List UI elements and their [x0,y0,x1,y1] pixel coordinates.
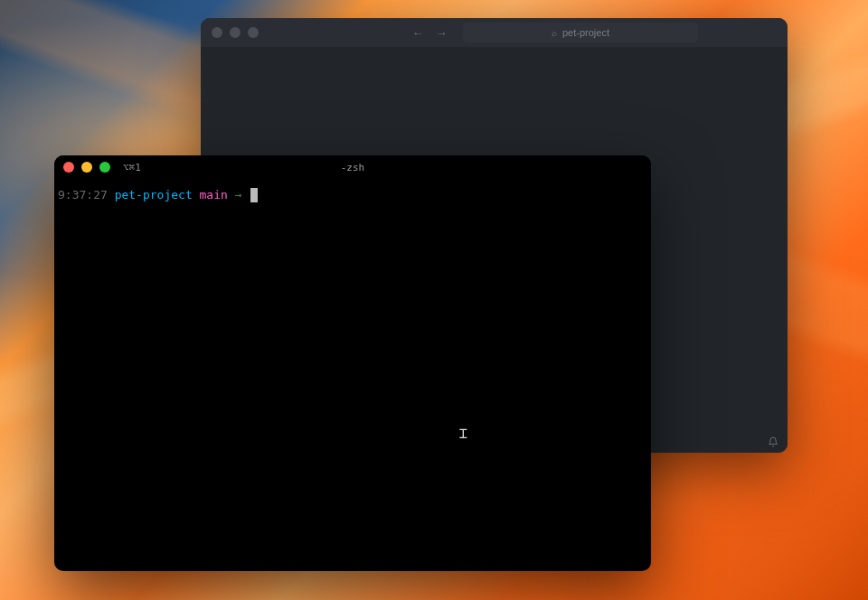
maximize-button[interactable] [248,27,259,38]
terminal-traffic-lights [63,162,110,173]
editor-traffic-lights [212,27,259,38]
search-input[interactable]: ⌕ pet-project [463,23,698,42]
prompt-arrow-icon: → [235,186,242,204]
minimize-button[interactable] [81,162,92,173]
close-button[interactable] [212,27,222,38]
prompt-directory: pet-project [115,186,193,204]
minimize-button[interactable] [230,27,241,38]
terminal-title: -zsh [341,162,365,173]
close-button[interactable] [63,162,74,173]
terminal-titlebar: ⌥⌘1 -zsh [54,155,651,179]
maximize-button[interactable] [99,162,110,173]
terminal-window[interactable]: ⌥⌘1 -zsh 9:37:27 pet-project main → Ꮖ [54,155,651,571]
nav-arrows: ← → [410,26,448,40]
terminal-tab-label[interactable]: ⌥⌘1 [123,162,141,173]
nav-forward-icon[interactable]: → [434,26,448,40]
terminal-cursor [250,188,258,202]
nav-back-icon[interactable]: ← [410,26,425,40]
search-placeholder: pet-project [562,27,609,38]
terminal-prompt-line: 9:37:27 pet-project main → [58,186,647,204]
prompt-branch: main [200,186,228,204]
prompt-time: 9:37:27 [58,186,108,204]
editor-titlebar: ← → ⌕ pet-project [201,18,788,47]
text-cursor-icon: Ꮖ [459,425,467,444]
search-icon: ⌕ [552,28,557,38]
terminal-body[interactable]: 9:37:27 pet-project main → Ꮖ [54,179,651,571]
bell-icon[interactable] [768,436,778,450]
